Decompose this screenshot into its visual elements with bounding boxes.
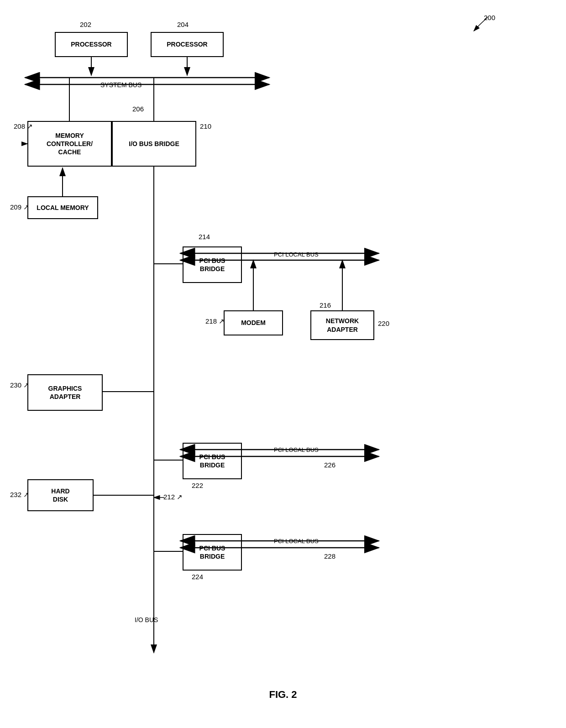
processor1-box: PROCESSOR (55, 32, 128, 57)
io-bus-bridge-box: I/O BUS BRIDGE (112, 121, 196, 167)
ref-200: 200 (484, 14, 495, 21)
fig-label: FIG. 2 (0, 689, 566, 701)
system-bus-label: SYSTEM BUS (100, 81, 142, 89)
ref-222: 222 (192, 482, 203, 489)
processor2-box: PROCESSOR (151, 32, 224, 57)
ref-204: 204 (177, 21, 189, 28)
memory-controller-box: MEMORY CONTROLLER/ CACHE (27, 121, 112, 167)
ref-216: 216 (320, 301, 331, 309)
pci-bus-bridge-3-box: PCI BUS BRIDGE (183, 534, 242, 571)
ref-202: 202 (80, 21, 91, 28)
diagram-container: 200 202 204 PROCESSOR PROCESSOR SYSTEM B… (0, 0, 566, 728)
modem-box: MODEM (224, 310, 283, 335)
svg-line-28 (474, 25, 479, 31)
ref-209: 209 ↗ (10, 203, 29, 211)
pci-local-bus-3-label: PCI LOCAL BUS (274, 538, 319, 545)
hard-disk-box: HARD DISK (27, 479, 94, 511)
ref-218: 218 ↗ (205, 317, 225, 325)
graphics-adapter-box: GRAPHICS ADAPTER (27, 374, 103, 411)
pci-bus-bridge-2-box: PCI BUS BRIDGE (183, 443, 242, 479)
network-adapter-box: NETWORK ADAPTER (310, 310, 374, 340)
ref-208: 208 ↗ (14, 122, 33, 131)
pci-local-bus-2-label: PCI LOCAL BUS (274, 446, 319, 453)
ref-224: 224 (192, 573, 203, 581)
ref-212: 212 ↗ (163, 493, 183, 501)
ref-210: 210 (200, 122, 211, 130)
local-memory-box: LOCAL MEMORY (27, 196, 98, 219)
ref-220: 220 (378, 319, 389, 327)
io-bus-label: I/O BUS (135, 616, 158, 623)
ref-230: 230 ↗ (10, 381, 29, 389)
ref-232: 232 ↗ (10, 491, 29, 499)
ref-228: 228 (324, 552, 335, 560)
pci-bus-bridge-1-box: PCI BUS BRIDGE (183, 246, 242, 283)
ref-226: 226 (324, 461, 335, 469)
pci-local-bus-1-label: PCI LOCAL BUS (274, 251, 319, 258)
ref-206: 206 (132, 105, 144, 113)
ref-214: 214 (199, 233, 210, 241)
diagram-svg (0, 0, 566, 728)
